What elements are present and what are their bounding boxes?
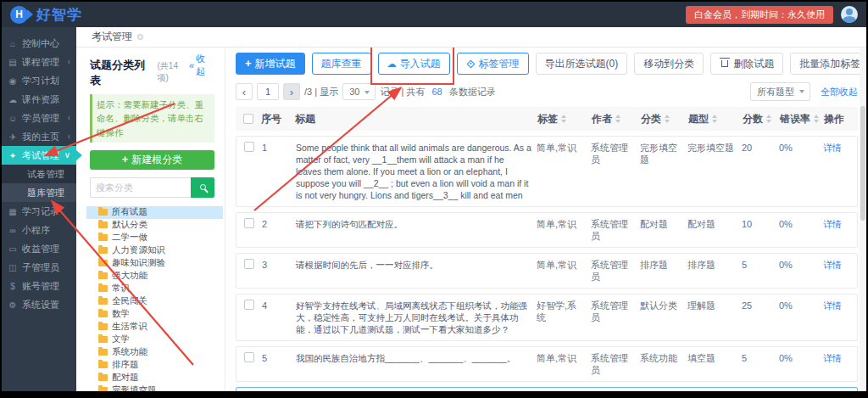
table-row[interactable]: 3 请根据时间的先后，一一对应排序。 简单,常识 系统管理员 排序题 排序题 5…	[236, 253, 858, 289]
select-all-checkbox[interactable]	[243, 114, 253, 124]
sidebar-item-courseware-resources[interactable]: ☁ 课件资源	[2, 90, 76, 109]
row-checkbox[interactable]	[244, 259, 254, 269]
question-score: 10	[742, 218, 779, 230]
prev-page-button[interactable]	[236, 83, 253, 100]
sort-icon[interactable]	[712, 115, 718, 123]
tree-item[interactable]: 生活常识	[90, 321, 214, 334]
folder-icon	[98, 285, 108, 292]
row-checkbox[interactable]	[244, 142, 254, 152]
sidebar-item-revenue-management[interactable]: ▭ 收益管理	[2, 239, 76, 258]
category-search-button[interactable]	[191, 177, 214, 198]
scrollbar-thumb[interactable]	[860, 106, 865, 221]
sidebar-item-course-management[interactable]: ▤ 课程管理 ‹	[2, 53, 76, 71]
category-search-input[interactable]	[90, 177, 191, 198]
sidebar-item-control-center[interactable]: ⌂ 控制中心	[2, 34, 76, 53]
detail-link[interactable]: 详情	[823, 300, 842, 311]
move-to-category-button[interactable]: 移动到分类	[634, 53, 704, 75]
add-question-button[interactable]: 新增试题	[236, 53, 305, 75]
tag-icon	[466, 59, 475, 68]
chevron-down-icon: ∨	[64, 151, 70, 160]
collapse-all-link[interactable]: 全部收起	[821, 86, 858, 98]
table-row[interactable]: 2 请把下列的诗句匹配对应。 简单,常识 系统管理员 配对题 配对题 10 0%…	[236, 212, 858, 248]
question-type: 完形填空题	[687, 142, 742, 154]
question-type-filter[interactable]: 所有题型	[750, 82, 810, 101]
next-page-button[interactable]	[283, 83, 300, 100]
user-avatar[interactable]	[841, 6, 858, 23]
tree-item[interactable]: 趣味知识测验	[90, 257, 214, 270]
sidebar-item-label: 子管理员	[22, 261, 59, 274]
tree-item[interactable]: 二学一做	[90, 232, 214, 244]
row-num: 2	[262, 218, 296, 230]
detail-link[interactable]: 详情	[823, 143, 842, 153]
tree-item[interactable]: 全民闯关	[90, 295, 214, 308]
sidebar-subitem-paper-management[interactable]: 试卷管理	[2, 165, 76, 183]
dedupe-button[interactable]: 题库查重	[312, 53, 371, 75]
sidebar-item-account-management[interactable]: $ 账号管理	[2, 277, 76, 295]
tag-management-button[interactable]: 标签管理	[457, 53, 529, 75]
tree-item[interactable]: 强大功能	[90, 270, 214, 283]
tab-exam-management[interactable]: 考试管理	[92, 30, 132, 44]
tree-item[interactable]: 文学	[90, 334, 214, 346]
collapse-panel-link[interactable]: 收起	[189, 53, 214, 78]
sort-icon[interactable]	[814, 115, 820, 123]
sidebar-item-study-records[interactable]: ▦ 学习记录	[2, 202, 76, 221]
sidebar-item-student-management[interactable]: ☺ 学员管理 ‹	[2, 109, 76, 127]
folder-icon	[98, 272, 108, 279]
tree-item[interactable]: 常识	[90, 283, 214, 295]
detail-link[interactable]: 详情	[823, 260, 842, 270]
table-row[interactable]: 1 Some people think that all wild animal…	[236, 136, 858, 207]
tree-item-all-questions[interactable]: 所有试题	[86, 206, 223, 219]
sidebar-item-label: 学习计划	[22, 75, 59, 87]
table-row[interactable]: 5 我国的民族自治地方指_______、_______、_______。 简单,…	[236, 346, 858, 382]
row-checkbox[interactable]	[244, 300, 254, 310]
detail-link[interactable]: 详情	[823, 353, 842, 363]
sidebar-item-label: 小程序	[22, 224, 50, 237]
sidebar-item-sub-admin[interactable]: ◫ 子管理员	[2, 258, 76, 277]
sidebar-item-system-settings[interactable]: ⚙ 系统设置	[2, 295, 76, 314]
tree-item-label: 二学一做	[112, 232, 147, 244]
import-questions-button[interactable]: ☁导入试题	[378, 53, 450, 75]
tree-item[interactable]: 排序题	[90, 359, 214, 372]
topbar-right: 白金会员，到期时间：永久使用	[686, 6, 858, 24]
sidebar-item-mini-program[interactable]: ∞ 小程序	[2, 221, 76, 239]
tree-item[interactable]: 完形填空题	[90, 384, 214, 391]
question-list-panel: 新增试题 题库查重 ☁导入试题 标签管理 导出所选试题(0) 移动到分类 删除试…	[225, 48, 866, 391]
batch-add-tags-button[interactable]: 批量添加标签	[790, 53, 866, 75]
delete-questions-button[interactable]: 删除试题	[710, 53, 783, 75]
header-category: 分类	[641, 112, 688, 126]
tree-item[interactable]: 系统功能	[90, 346, 214, 359]
detail-link[interactable]: 详情	[823, 219, 842, 229]
sort-icon[interactable]	[615, 115, 621, 123]
sort-icon[interactable]	[561, 115, 567, 123]
tree-item[interactable]: 配对题	[90, 372, 214, 384]
sidebar-subitem-question-bank[interactable]: 题库管理	[2, 183, 76, 202]
page-number-input[interactable]	[257, 83, 279, 100]
row-checkbox[interactable]	[244, 218, 254, 228]
vertical-scrollbar[interactable]	[860, 48, 866, 391]
home-icon: ⌂	[8, 39, 18, 48]
table-row[interactable]: 4 好智学支持在线考试、局域网离线状态下组织考试，功能强大，稳定性高，可支持上万…	[236, 294, 858, 341]
category-tree: 所有试题 默认分类 二学一做 人力资源知识 趣味知识测验 强大功能 常识 全民闯…	[90, 206, 214, 391]
sidebar-item-study-plan[interactable]: ◉ 学习计划	[2, 71, 76, 90]
table-row-selected[interactable]: 6 一年有____个月，有____天，有____个季节？ 常识,地理 系统管理员…	[236, 387, 858, 391]
plus-icon	[122, 154, 129, 165]
header-num: 序号	[261, 112, 295, 126]
logo[interactable]: H 好智学	[10, 5, 171, 25]
app-name: 好智学	[36, 5, 82, 25]
row-checkbox[interactable]	[244, 352, 254, 362]
tree-item[interactable]: 数学	[90, 308, 214, 321]
sort-icon[interactable]	[766, 115, 772, 123]
tab-close-dot-icon[interactable]	[137, 34, 143, 40]
sidebar-item-my-homepage[interactable]: ✈ 我的主页 ‹	[2, 127, 76, 146]
page-size-select[interactable]: 30	[342, 83, 376, 100]
tree-item[interactable]: 人力资源知识	[90, 244, 214, 257]
users-icon: ☺	[8, 114, 18, 123]
export-selected-button[interactable]: 导出所选试题(0)	[536, 53, 628, 75]
tree-item-label: 默认分类	[112, 219, 147, 231]
sort-icon[interactable]	[665, 115, 670, 123]
question-category: 系统功能	[640, 352, 687, 364]
tree-item[interactable]: 默认分类	[90, 219, 214, 232]
new-root-category-button[interactable]: 新建根分类	[90, 150, 214, 170]
membership-badge[interactable]: 白金会员，到期时间：永久使用	[686, 6, 833, 24]
sidebar-item-exam-management[interactable]: ✦ 考试管理 ∨	[2, 146, 76, 165]
